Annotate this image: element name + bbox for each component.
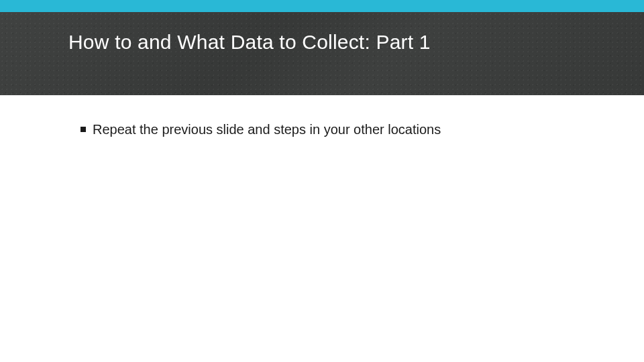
accent-bar — [0, 0, 644, 12]
bullet-icon — [80, 127, 86, 132]
content-area: Repeat the previous slide and steps in y… — [0, 95, 644, 138]
bullet-text: Repeat the previous slide and steps in y… — [93, 121, 441, 138]
title-band: How to and What Data to Collect: Part 1 — [0, 12, 644, 95]
slide-title: How to and What Data to Collect: Part 1 — [68, 31, 431, 54]
list-item: Repeat the previous slide and steps in y… — [80, 121, 604, 138]
